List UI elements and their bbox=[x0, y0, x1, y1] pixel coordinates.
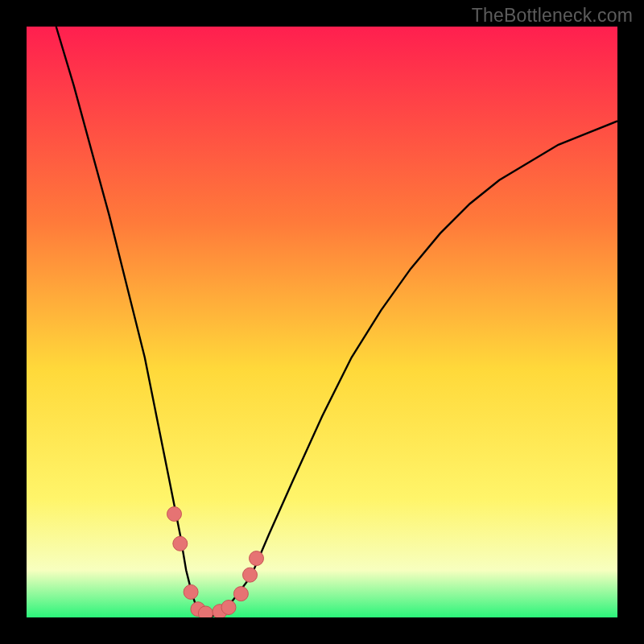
data-marker bbox=[221, 601, 236, 615]
data-marker bbox=[184, 584, 198, 599]
data-marker bbox=[198, 606, 213, 617]
plot-area bbox=[27, 27, 617, 617]
chart-svg bbox=[27, 27, 617, 617]
data-marker bbox=[233, 587, 248, 601]
data-marker bbox=[167, 507, 182, 522]
data-marker bbox=[243, 568, 258, 582]
data-marker bbox=[173, 536, 188, 551]
gradient-background bbox=[27, 27, 617, 617]
watermark-text: TheBottleneck.com bbox=[472, 5, 633, 27]
data-marker bbox=[250, 551, 264, 566]
chart-frame: TheBottleneck.com bbox=[0, 0, 644, 644]
